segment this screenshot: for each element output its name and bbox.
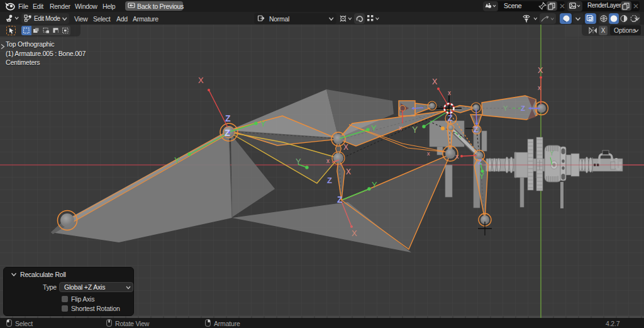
svg-text:x: x [455, 152, 459, 160]
svg-text:Y: Y [371, 123, 377, 133]
svg-text:Y: Y [550, 150, 554, 157]
svg-text:Y: Y [372, 180, 377, 189]
svg-text:Y: Y [174, 156, 180, 165]
svg-text:Z: Z [448, 114, 453, 123]
svg-text:X: X [432, 77, 438, 86]
svg-text:Y: Y [260, 119, 266, 128]
svg-text:X: X [538, 66, 543, 75]
svg-text:Y: Y [412, 125, 418, 135]
svg-text:Y: Y [296, 157, 301, 166]
svg-text:X: X [352, 229, 357, 238]
svg-text:Z: Z [225, 128, 230, 138]
svg-text:Z: Z [337, 195, 343, 205]
svg-text:x: x [538, 84, 541, 91]
svg-text:Y: Y [503, 105, 508, 112]
svg-text:Z: Z [474, 125, 479, 134]
svg-text:Z: Z [478, 158, 482, 166]
svg-text:Z: Z [225, 113, 231, 123]
svg-text:x: x [399, 125, 402, 132]
svg-text:Z: Z [327, 176, 332, 185]
svg-text:X: X [198, 76, 204, 85]
svg-text:Z: Z [521, 105, 525, 112]
svg-text:Y: Y [479, 172, 484, 181]
svg-text:x: x [427, 150, 430, 157]
svg-text:X: X [346, 167, 351, 176]
svg-text:X: X [343, 143, 348, 152]
svg-text:x: x [326, 157, 330, 164]
svg-text:x: x [448, 89, 451, 96]
